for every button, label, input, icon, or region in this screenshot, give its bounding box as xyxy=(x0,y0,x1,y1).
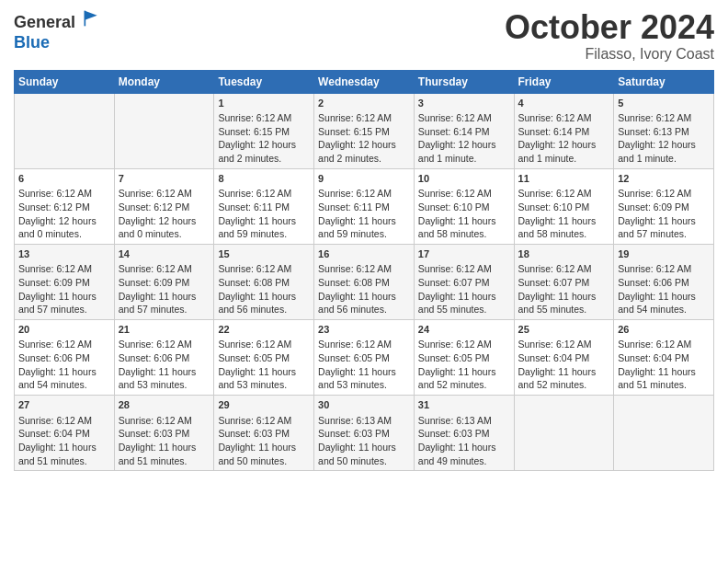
day-number: 14 xyxy=(119,247,210,261)
day-info: and 1 minute. xyxy=(618,152,710,166)
calendar-cell: 1Sunrise: 6:12 AMSunset: 6:15 PMDaylight… xyxy=(214,93,314,168)
day-info: and 0 minutes. xyxy=(119,227,210,241)
day-info: Sunrise: 6:12 AM xyxy=(18,414,110,428)
day-number: 8 xyxy=(218,172,310,186)
day-number: 1 xyxy=(218,97,310,110)
day-info: Sunrise: 6:12 AM xyxy=(218,111,310,125)
day-info: Sunset: 6:08 PM xyxy=(218,276,310,290)
day-info: Daylight: 11 hours xyxy=(318,441,410,454)
day-info: Sunset: 6:04 PM xyxy=(18,427,110,441)
day-info: and 56 minutes. xyxy=(318,303,410,316)
day-info: and 54 minutes. xyxy=(18,378,110,392)
day-info: Daylight: 11 hours xyxy=(218,365,310,379)
day-info: Sunrise: 6:12 AM xyxy=(18,262,110,276)
day-info: Daylight: 11 hours xyxy=(218,441,310,454)
day-number: 11 xyxy=(518,172,610,186)
day-info: Sunrise: 6:12 AM xyxy=(518,187,610,201)
day-info: and 56 minutes. xyxy=(218,303,310,316)
calendar-cell: 23Sunrise: 6:12 AMSunset: 6:05 PMDayligh… xyxy=(314,320,415,396)
day-info: and 57 minutes. xyxy=(18,303,110,316)
logo: General Blue xyxy=(14,9,100,52)
day-info: and 51 minutes. xyxy=(119,454,210,468)
day-info: Daylight: 11 hours xyxy=(218,214,310,228)
calendar-cell: 11Sunrise: 6:12 AMSunset: 6:10 PMDayligh… xyxy=(514,168,614,244)
header-row: Sunday Monday Tuesday Wednesday Thursday… xyxy=(15,70,714,93)
day-number: 22 xyxy=(218,323,310,337)
day-info: and 50 minutes. xyxy=(218,454,310,468)
day-number: 13 xyxy=(18,247,110,261)
day-number: 18 xyxy=(518,247,610,261)
calendar-cell: 18Sunrise: 6:12 AMSunset: 6:07 PMDayligh… xyxy=(514,244,614,319)
calendar-cell: 26Sunrise: 6:12 AMSunset: 6:04 PMDayligh… xyxy=(614,320,714,396)
calendar-cell: 17Sunrise: 6:12 AMSunset: 6:07 PMDayligh… xyxy=(414,244,514,319)
day-number: 28 xyxy=(119,398,210,412)
day-info: Daylight: 11 hours xyxy=(318,214,410,228)
day-info: Daylight: 12 hours xyxy=(318,138,410,152)
calendar-cell: 9Sunrise: 6:12 AMSunset: 6:11 PMDaylight… xyxy=(314,168,415,244)
day-info: Daylight: 12 hours xyxy=(418,138,510,152)
calendar-cell: 24Sunrise: 6:12 AMSunset: 6:05 PMDayligh… xyxy=(414,320,514,396)
calendar-cell: 28Sunrise: 6:12 AMSunset: 6:03 PMDayligh… xyxy=(114,396,214,471)
day-info: and 58 minutes. xyxy=(418,227,510,241)
calendar-cell: 31Sunrise: 6:13 AMSunset: 6:03 PMDayligh… xyxy=(414,396,514,471)
day-info: Sunrise: 6:12 AM xyxy=(418,187,510,201)
day-number: 23 xyxy=(318,323,410,337)
day-info: Sunrise: 6:12 AM xyxy=(518,338,610,351)
day-info: Sunset: 6:09 PM xyxy=(119,276,210,290)
day-info: Sunrise: 6:12 AM xyxy=(119,262,210,276)
day-info: Sunset: 6:14 PM xyxy=(418,125,510,139)
day-info: and 1 minute. xyxy=(518,152,610,166)
day-info: Sunrise: 6:12 AM xyxy=(618,111,710,125)
title-block: October 2024 Filasso, Ivory Coast xyxy=(505,9,714,63)
day-info: Sunset: 6:03 PM xyxy=(119,427,210,441)
day-number: 19 xyxy=(618,247,710,261)
day-info: Daylight: 11 hours xyxy=(518,290,610,304)
calendar-cell: 8Sunrise: 6:12 AMSunset: 6:11 PMDaylight… xyxy=(214,168,314,244)
calendar-cell xyxy=(15,93,115,168)
col-wednesday: Wednesday xyxy=(314,70,415,93)
calendar-week-3: 13Sunrise: 6:12 AMSunset: 6:09 PMDayligh… xyxy=(15,244,714,319)
calendar-cell: 20Sunrise: 6:12 AMSunset: 6:06 PMDayligh… xyxy=(15,320,115,396)
day-info: Sunset: 6:04 PM xyxy=(618,351,710,365)
day-info: and 59 minutes. xyxy=(318,227,410,241)
day-info: Sunrise: 6:12 AM xyxy=(18,338,110,351)
day-number: 20 xyxy=(18,323,110,337)
day-info: and 57 minutes. xyxy=(119,303,210,316)
day-info: Sunrise: 6:12 AM xyxy=(318,187,410,201)
day-info: Daylight: 11 hours xyxy=(18,441,110,454)
day-info: Sunset: 6:12 PM xyxy=(119,201,210,214)
day-info: Sunrise: 6:12 AM xyxy=(618,262,710,276)
day-info: Sunset: 6:03 PM xyxy=(418,427,510,441)
day-info: Sunrise: 6:12 AM xyxy=(518,111,610,125)
day-info: Sunrise: 6:12 AM xyxy=(318,111,410,125)
day-number: 7 xyxy=(119,172,210,186)
calendar-cell xyxy=(114,93,214,168)
calendar-cell xyxy=(514,396,614,471)
day-number: 29 xyxy=(218,398,310,412)
day-info: and 57 minutes. xyxy=(618,227,710,241)
day-info: Sunrise: 6:12 AM xyxy=(318,262,410,276)
calendar-cell: 30Sunrise: 6:13 AMSunset: 6:03 PMDayligh… xyxy=(314,396,415,471)
day-info: and 53 minutes. xyxy=(119,378,210,392)
day-info: Daylight: 11 hours xyxy=(418,214,510,228)
day-number: 24 xyxy=(418,323,510,337)
svg-marker-0 xyxy=(85,11,97,20)
day-number: 6 xyxy=(18,172,110,186)
day-info: Sunset: 6:15 PM xyxy=(318,125,410,139)
day-info: Sunset: 6:10 PM xyxy=(418,201,510,214)
day-info: and 53 minutes. xyxy=(218,378,310,392)
day-info: Sunset: 6:15 PM xyxy=(218,125,310,139)
calendar-cell: 7Sunrise: 6:12 AMSunset: 6:12 PMDaylight… xyxy=(114,168,214,244)
day-number: 2 xyxy=(318,97,410,110)
day-info: Daylight: 12 hours xyxy=(119,214,210,228)
calendar-table: Sunday Monday Tuesday Wednesday Thursday… xyxy=(14,70,714,472)
day-info: Daylight: 11 hours xyxy=(518,365,610,379)
calendar-cell: 13Sunrise: 6:12 AMSunset: 6:09 PMDayligh… xyxy=(15,244,115,319)
day-info: Sunset: 6:06 PM xyxy=(119,351,210,365)
day-info: Sunset: 6:09 PM xyxy=(18,276,110,290)
day-info: Sunset: 6:13 PM xyxy=(618,125,710,139)
day-info: Sunset: 6:08 PM xyxy=(318,276,410,290)
day-info: and 52 minutes. xyxy=(418,378,510,392)
day-info: Daylight: 11 hours xyxy=(18,290,110,304)
calendar-week-1: 1Sunrise: 6:12 AMSunset: 6:15 PMDaylight… xyxy=(15,93,714,168)
